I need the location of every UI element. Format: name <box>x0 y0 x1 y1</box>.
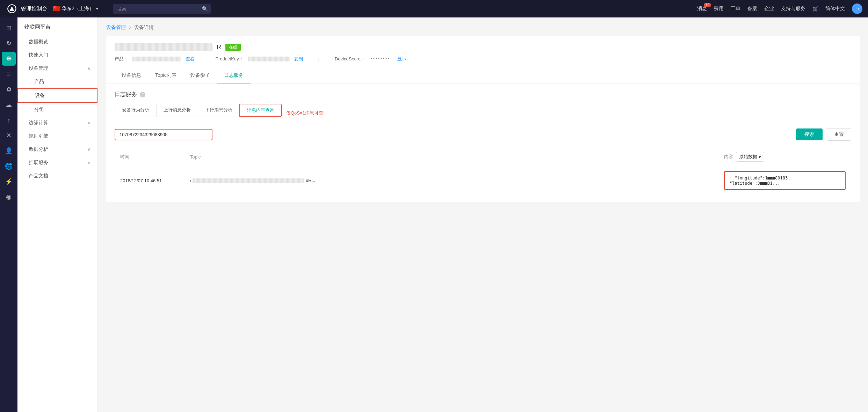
nav-icp[interactable]: 备案 <box>747 6 757 12</box>
info-divider-1: | <box>204 57 205 62</box>
sidebar-icon-cross[interactable]: ✕ <box>2 128 16 142</box>
sidebar-item-device-mgmt[interactable]: 设备管理 ∧ <box>17 62 97 75</box>
sidebar-icon-iot[interactable]: ❋ <box>2 52 16 66</box>
search-button[interactable]: 搜索 <box>796 128 823 140</box>
nav-support[interactable]: 支持与服务 <box>781 6 805 12</box>
nav-cart[interactable]: 🛒 <box>812 6 818 12</box>
sidebar-item-docs[interactable]: 产品文档 <box>17 169 97 183</box>
device-name-blur <box>115 43 212 51</box>
sidebar-icon-flower[interactable]: ✿ <box>2 82 16 96</box>
logo[interactable] <box>6 2 18 15</box>
product-id-blur <box>132 57 181 61</box>
breadcrumb-parent[interactable]: 设备管理 <box>106 24 126 31</box>
sidebar-item-device[interactable]: 设备 <box>17 88 97 103</box>
view-link[interactable]: 查看 <box>186 56 195 62</box>
page-layout: ⊞ ↻ ❋ ≡ ✿ ☁ ↑ ✕ 👤 🌐 ⚡ ◉ 物联网平台 数据概览 快速入门 … <box>0 17 868 412</box>
tab-log-service[interactable]: 日志服务 <box>217 68 251 83</box>
sidebar-icon-upload[interactable]: ↑ <box>2 113 16 127</box>
sidebar-section-iot: 物联网平台 数据概览 快速入门 设备管理 ∧ 产品 设备 分组 边缘计算 <box>17 17 97 183</box>
sub-tab-behavior[interactable]: 设备行为分析 <box>115 104 157 117</box>
sub-tab-uplink[interactable]: 上行消息分析 <box>157 104 198 117</box>
sidebar-icon-refresh[interactable]: ↻ <box>2 36 16 50</box>
content-text: { "longitude":1■■■80183, "latitude":3■■■… <box>730 176 790 186</box>
table-header: 时间 Topic 内容 原始数据 ▾ <box>115 148 851 166</box>
device-info-row: 产品： 查看 | ProductKey： 复制 | DeviceSecret： … <box>115 56 851 62</box>
product-key-blur <box>248 57 290 61</box>
nav-messages[interactable]: 消息 10 <box>697 6 707 12</box>
nav-tickets[interactable]: 工单 <box>731 6 740 12</box>
sidebar-item-data-analysis[interactable]: 数据分析 ∨ <box>17 143 97 156</box>
sidebar-icon-user[interactable]: 👤 <box>2 144 16 158</box>
show-link[interactable]: 显示 <box>397 56 406 62</box>
log-table: 时间 Topic 内容 原始数据 ▾ <box>115 148 851 195</box>
chevron-down-icon-3: ∨ <box>87 160 91 165</box>
sidebar-item-quickstart[interactable]: 快速入门 <box>17 49 97 62</box>
tab-device-shadow[interactable]: 设备影子 <box>183 68 217 83</box>
sidebar-icon-dot[interactable]: ◉ <box>2 190 16 204</box>
search-row: 搜索 重置 <box>115 128 851 141</box>
sub-tab-content-query[interactable]: 消息内容查询 <box>239 104 282 117</box>
sidebar-icon-analytics[interactable]: ⚡ <box>2 175 16 189</box>
content-box: { "longitude":1■■■80183, "latitude":3■■■… <box>724 171 846 190</box>
device-secret-label: DeviceSecret： <box>335 56 366 62</box>
message-id-input[interactable] <box>115 129 212 140</box>
select-arrow-icon: ▾ <box>759 154 761 160</box>
cell-time: 2018/12/07 10:46:51 <box>115 166 185 195</box>
sidebar-item-group[interactable]: 分组 <box>17 103 97 116</box>
table-body: 2018/12/07 10:46:51 / uR... { "longitude… <box>115 166 851 195</box>
nav-right: 消息 10 费用 工单 备案 企业 支持与服务 🛒 简体中文 Ie <box>697 3 862 14</box>
sidebar-item-rules[interactable]: 规则引擎 <box>17 130 97 143</box>
product-key-label: ProductKey： <box>215 56 243 62</box>
nav-enterprise[interactable]: 企业 <box>764 6 774 12</box>
col-time: 时间 <box>115 148 185 166</box>
tab-device-info[interactable]: 设备信息 <box>115 68 148 83</box>
tab-topic-list[interactable]: Topic列表 <box>148 68 183 83</box>
nav-language[interactable]: 简体中文 <box>825 6 845 12</box>
breadcrumb: 设备管理 > 设备详情 <box>106 24 860 31</box>
sidebar-item-edge[interactable]: 边缘计算 ∨ <box>17 116 97 130</box>
main-content: 设备管理 > 设备详情 R 在线 产品： 查看 | ProductKey： 复制… <box>98 17 868 412</box>
avatar[interactable]: Ie <box>852 3 862 14</box>
content-header-cell: 内容 原始数据 ▾ <box>724 152 846 162</box>
copy-link[interactable]: 复制 <box>294 56 303 62</box>
sidebar-item-overview[interactable]: 数据概览 <box>17 35 97 49</box>
log-title: 日志服务 ? <box>115 91 851 98</box>
sidebar-section-title: 物联网平台 <box>17 17 97 35</box>
sidebar-icon-global[interactable]: 🌐 <box>2 159 16 173</box>
sidebar-icon-grid[interactable]: ⊞ <box>2 21 16 35</box>
sidebar-icon-list[interactable]: ≡ <box>2 67 16 81</box>
device-name-suffix: R <box>217 44 221 51</box>
sub-tabs: 设备行为分析 上行消息分析 下行消息分析 消息内容查询 <box>115 104 282 117</box>
nav-billing[interactable]: 费用 <box>714 6 724 12</box>
log-section: 日志服务 ? 设备行为分析 上行消息分析 下行消息分析 消息内容查询 仅QoS=… <box>106 84 860 202</box>
left-sidebar: 物联网平台 数据概览 快速入门 设备管理 ∧ 产品 设备 分组 边缘计算 <box>17 17 98 412</box>
reset-button[interactable]: 重置 <box>827 128 851 141</box>
help-icon[interactable]: ? <box>140 92 145 97</box>
device-title-row: R 在线 <box>115 43 851 51</box>
topic-prefix: / <box>190 178 191 183</box>
cell-topic: / uR... <box>185 166 718 195</box>
chevron-up-icon: ∧ <box>87 66 91 71</box>
device-header: R 在线 产品： 查看 | ProductKey： 复制 | DeviceSec… <box>106 36 860 83</box>
sub-tab-downlink[interactable]: 下行消息分析 <box>198 104 240 117</box>
icon-sidebar: ⊞ ↻ ❋ ≡ ✿ ☁ ↑ ✕ 👤 🌐 ⚡ ◉ <box>0 17 17 412</box>
breadcrumb-current: 设备详情 <box>134 24 154 31</box>
search-icon[interactable]: 🔍 <box>202 6 208 12</box>
sidebar-item-product[interactable]: 产品 <box>17 75 97 88</box>
topic-blur <box>193 178 304 183</box>
sidebar-icon-cloud[interactable]: ☁ <box>2 98 16 112</box>
topic-suffix: uR... <box>306 178 315 183</box>
sidebar-item-extensions[interactable]: 扩展服务 ∨ <box>17 156 97 169</box>
chevron-down-icon: ∨ <box>87 120 91 125</box>
region-flag: 🇨🇳 <box>53 5 60 13</box>
console-title: 管理控制台 <box>21 6 47 12</box>
col-topic: Topic <box>185 148 718 166</box>
content-format-select[interactable]: 原始数据 ▾ <box>736 152 764 162</box>
message-badge: 10 <box>704 3 711 7</box>
cell-content: { "longitude":1■■■80183, "latitude":3■■■… <box>718 166 851 195</box>
qos-hint: 仅QoS=1消息可查 <box>286 110 323 116</box>
info-divider-2: | <box>318 57 319 62</box>
region-selector[interactable]: 🇨🇳 华东2（上海） ▼ <box>53 5 99 13</box>
search-input[interactable] <box>113 4 211 14</box>
device-tabs: 设备信息 Topic列表 设备影子 日志服务 <box>115 68 851 83</box>
